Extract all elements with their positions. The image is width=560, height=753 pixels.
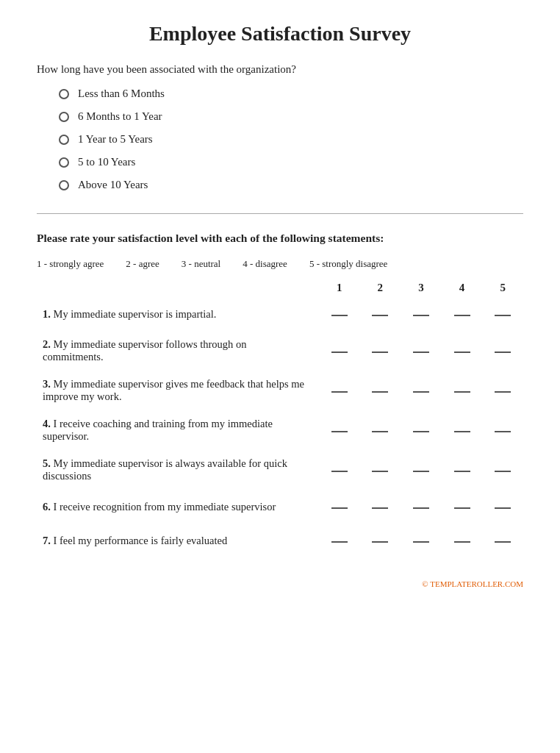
dash-line <box>413 344 429 353</box>
dash-line <box>454 500 470 509</box>
dash-line <box>413 534 429 543</box>
score-dash-6-col-2[interactable] <box>360 490 401 524</box>
score-dash-3-col-5[interactable] <box>482 371 523 410</box>
dash-line <box>495 500 511 509</box>
dash-line <box>413 424 429 432</box>
score-dash-2-col-5[interactable] <box>482 331 523 371</box>
score-dash-7-col-2[interactable] <box>360 524 401 557</box>
score-dash-1-col-5[interactable] <box>482 297 523 331</box>
score-dash-3-col-1[interactable] <box>319 371 360 410</box>
score-dash-6-col-5[interactable] <box>482 490 523 524</box>
page-title: Employee Satisfaction Survey <box>37 22 523 46</box>
dash-line <box>495 344 511 353</box>
dash-line <box>413 384 429 393</box>
score-dash-5-col-2[interactable] <box>360 450 401 490</box>
score-dash-4-col-4[interactable] <box>442 410 483 450</box>
intro-question: How long have you been associated with t… <box>37 63 523 76</box>
score-dash-5-col-3[interactable] <box>401 450 442 490</box>
duration-option-label-3: 1 Year to 5 Years <box>78 133 153 146</box>
footer-text: © TEMPLATEROLLER.COM <box>422 579 523 588</box>
duration-option-4[interactable]: 5 to 10 Years <box>59 156 523 168</box>
duration-option-label-2: 6 Months to 1 Year <box>78 110 162 123</box>
score-dash-6-col-1[interactable] <box>319 490 360 524</box>
dash-line <box>495 307 511 316</box>
dash-line <box>372 384 388 393</box>
score-dash-7-col-5[interactable] <box>482 524 523 557</box>
duration-option-label-4: 5 to 10 Years <box>78 156 135 168</box>
dash-line <box>372 463 388 472</box>
table-row: 5. My immediate supervisor is always ava… <box>37 450 523 490</box>
dash-line <box>413 500 429 509</box>
radio-circle-5 <box>59 180 69 190</box>
table-statement-header <box>37 279 319 297</box>
table-row: 1. My immediate supervisor is impartial. <box>37 297 523 331</box>
table-row: 2. My immediate supervisor follows throu… <box>37 331 523 371</box>
duration-option-1[interactable]: Less than 6 Months <box>59 88 523 100</box>
col-header-4: 4 <box>442 279 483 297</box>
scale-legend-item-5: 5 - strongly disagree <box>309 258 388 270</box>
dash-line <box>495 463 511 472</box>
score-dash-3-col-2[interactable] <box>360 371 401 410</box>
score-dash-5-col-1[interactable] <box>319 450 360 490</box>
rating-table: 1 2 3 4 5 1. My immediate supervisor is … <box>37 279 523 557</box>
score-dash-2-col-1[interactable] <box>319 331 360 371</box>
footer: © TEMPLATEROLLER.COM <box>37 579 523 588</box>
duration-option-2[interactable]: 6 Months to 1 Year <box>59 110 523 123</box>
dash-line <box>495 534 511 543</box>
dash-line <box>331 344 348 353</box>
radio-circle-3 <box>59 135 69 145</box>
score-dash-7-col-3[interactable] <box>401 524 442 557</box>
section-heading: Please rate your satisfaction level with… <box>37 232 523 245</box>
scale-legend: 1 - strongly agree2 - agree3 - neutral4 … <box>37 258 523 270</box>
table-row: 4. I receive coaching and training from … <box>37 410 523 450</box>
score-dash-2-col-4[interactable] <box>442 331 483 371</box>
score-dash-3-col-3[interactable] <box>401 371 442 410</box>
score-dash-2-col-3[interactable] <box>401 331 442 371</box>
score-dash-1-col-4[interactable] <box>442 297 483 331</box>
scale-legend-item-3: 3 - neutral <box>182 258 220 270</box>
dash-line <box>413 463 429 472</box>
score-dash-2-col-2[interactable] <box>360 331 401 371</box>
table-row: 6. I receive recognition from my immedia… <box>37 490 523 524</box>
dash-line <box>372 500 388 509</box>
dash-line <box>413 307 429 316</box>
statement-text-4: 4. I receive coaching and training from … <box>37 410 319 450</box>
score-dash-4-col-5[interactable] <box>482 410 523 450</box>
score-dash-1-col-1[interactable] <box>319 297 360 331</box>
statement-text-2: 2. My immediate supervisor follows throu… <box>37 331 319 371</box>
dash-line <box>372 307 388 316</box>
dash-line <box>454 344 470 353</box>
score-dash-1-col-2[interactable] <box>360 297 401 331</box>
dash-line <box>331 500 348 509</box>
dash-line <box>331 424 348 432</box>
score-dash-4-col-2[interactable] <box>360 410 401 450</box>
statement-text-6: 6. I receive recognition from my immedia… <box>37 490 319 524</box>
statement-text-3: 3. My immediate supervisor gives me feed… <box>37 371 319 410</box>
score-dash-6-col-4[interactable] <box>442 490 483 524</box>
score-dash-1-col-3[interactable] <box>401 297 442 331</box>
score-dash-7-col-4[interactable] <box>442 524 483 557</box>
dash-line <box>372 424 388 432</box>
duration-option-5[interactable]: Above 10 Years <box>59 179 523 191</box>
col-header-2: 2 <box>360 279 401 297</box>
score-dash-4-col-3[interactable] <box>401 410 442 450</box>
dash-line <box>495 384 511 393</box>
dash-line <box>372 344 388 353</box>
dash-line <box>454 424 470 432</box>
col-header-1: 1 <box>319 279 360 297</box>
radio-circle-1 <box>59 89 69 99</box>
score-dash-7-col-1[interactable] <box>319 524 360 557</box>
scale-legend-item-4: 4 - disagree <box>243 258 287 270</box>
table-row: 7. I feel my performance is fairly evalu… <box>37 524 523 557</box>
duration-option-3[interactable]: 1 Year to 5 Years <box>59 133 523 146</box>
score-dash-6-col-3[interactable] <box>401 490 442 524</box>
score-dash-5-col-5[interactable] <box>482 450 523 490</box>
dash-line <box>454 463 470 472</box>
score-dash-3-col-4[interactable] <box>442 371 483 410</box>
col-header-5: 5 <box>482 279 523 297</box>
dash-line <box>331 307 348 316</box>
dash-line <box>331 463 348 472</box>
duration-option-label-5: Above 10 Years <box>78 179 148 191</box>
score-dash-5-col-4[interactable] <box>442 450 483 490</box>
score-dash-4-col-1[interactable] <box>319 410 360 450</box>
